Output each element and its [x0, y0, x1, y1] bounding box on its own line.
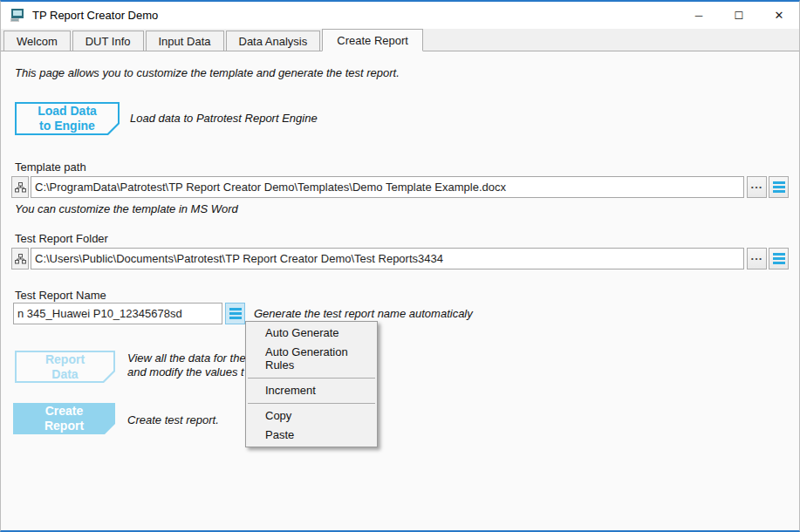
menu-item-paste[interactable]: Paste [246, 426, 377, 445]
create-report-button[interactable]: Create Report [13, 403, 115, 434]
app-icon [10, 9, 25, 22]
report-name-label: Test Report Name [15, 289, 106, 302]
load-data-button-label: Load Data to Engine [38, 104, 97, 133]
menu-separator [248, 403, 375, 404]
close-button[interactable]: ✕ [759, 2, 799, 29]
tab-data-analysis[interactable]: Data Analysis [226, 31, 321, 51]
tab-input-data[interactable]: Input Data [146, 31, 224, 51]
maximize-button[interactable]: ☐ [719, 2, 759, 29]
report-data-button[interactable]: Report Data [15, 351, 115, 383]
hamburger-menu-icon [773, 253, 785, 264]
report-name-input[interactable] [13, 303, 222, 324]
report-folder-hierarchy-button[interactable] [11, 248, 29, 269]
report-folder-menu-button[interactable] [769, 248, 789, 269]
ellipsis-icon: ... [751, 182, 763, 188]
menu-item-auto-generate[interactable]: Auto Generate [246, 324, 377, 343]
hierarchy-icon [15, 254, 26, 264]
hamburger-menu-icon [773, 181, 785, 193]
report-folder-input[interactable] [31, 248, 744, 269]
window-title: TP Report Creator Demo [32, 9, 158, 22]
report-data-description: View all the data for the and modify the… [127, 351, 246, 379]
tab-bar: Welcom DUT Info Input Data Data Analysis… [1, 29, 799, 51]
tab-welcom[interactable]: Welcom [3, 31, 71, 51]
report-name-description: Generate the test report name automatica… [254, 307, 473, 320]
report-folder-label: Test Report Folder [15, 232, 108, 245]
tab-create-report[interactable]: Create Report [322, 29, 423, 51]
template-path-menu-button[interactable] [769, 176, 789, 198]
load-data-button[interactable]: Load Data to Engine [15, 102, 120, 135]
report-name-context-menu: Auto Generate Auto Generation Rules Incr… [245, 321, 378, 447]
load-data-description: Load data to Patrotest Report Engine [130, 112, 318, 125]
report-folder-browse-button[interactable]: ... [747, 248, 767, 269]
ellipsis-icon: ... [751, 254, 763, 259]
template-path-hint: You can customize the template in MS Wor… [15, 202, 238, 215]
create-report-panel: This page allows you to customize the te… [1, 51, 799, 530]
hamburger-menu-icon [229, 308, 242, 319]
menu-item-increment[interactable]: Increment [246, 381, 377, 400]
title-bar: TP Report Creator Demo ─ ☐ ✕ [1, 2, 799, 29]
template-path-label: Template path [15, 160, 86, 174]
template-path-hierarchy-button[interactable] [11, 176, 29, 198]
minimize-button[interactable]: ─ [679, 2, 719, 29]
hierarchy-icon [15, 182, 26, 193]
create-report-button-label: Create Report [44, 404, 84, 433]
report-name-menu-button[interactable] [225, 303, 245, 324]
template-path-browse-button[interactable]: ... [747, 176, 767, 198]
create-report-description: Create test report. [127, 413, 219, 426]
menu-item-auto-generation-rules[interactable]: Auto Generation Rules [246, 343, 377, 375]
app-window: TP Report Creator Demo ─ ☐ ✕ Welcom DUT … [0, 0, 800, 532]
menu-item-copy[interactable]: Copy [246, 406, 377, 426]
tab-dut-info[interactable]: DUT Info [72, 31, 144, 51]
menu-separator [248, 378, 375, 379]
report-data-button-label: Report Data [45, 352, 85, 382]
page-intro-text: This page allows you to customize the te… [15, 66, 400, 79]
template-path-input[interactable] [31, 176, 744, 198]
